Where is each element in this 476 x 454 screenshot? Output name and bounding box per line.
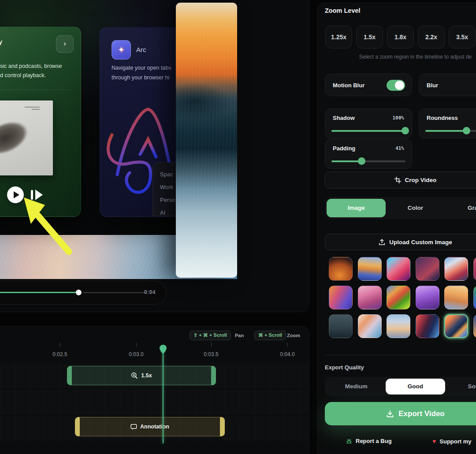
elapsed-time: 0:04 [144,289,156,295]
upload-icon [379,239,385,246]
export-video-button[interactable]: Export Video [325,402,476,425]
tab-image[interactable]: Image [327,199,386,217]
ruler-time-label: 0:03.0 [123,351,149,357]
wallpaper-thumbnail-bigsur[interactable] [387,257,410,281]
play-button[interactable] [7,186,24,203]
track-empty[interactable] [0,390,309,414]
progress-elapsed [0,292,79,293]
zoom-shortcut-badge: ⌘ + Scroll [254,331,286,340]
spotify-card-title: y [0,38,2,45]
clip-right-handle[interactable] [220,417,225,436]
shadow-card: Shadow 100% [325,108,412,138]
chevron-right-button[interactable]: › [56,35,74,53]
album-art-figure [0,115,33,161]
shadow-slider[interactable] [331,127,405,134]
wallpaper-thumbnail-monterey[interactable] [416,286,439,309]
zoom-option-1-8x[interactable]: 1.8x [387,26,414,48]
video-preview[interactable]: y › sic and podcasts, browse d control p… [0,0,309,311]
blur-label: Blur [427,82,438,89]
annotation-clip[interactable]: Annotation [75,417,225,436]
wallpaper-thumbnail-pink-peaks[interactable] [358,286,382,309]
quality-source[interactable]: Sour [445,379,476,394]
arc-card-description: Navigate your open tabs through your bro… [112,63,182,82]
shadow-label: Shadow [333,115,355,121]
upload-custom-image-button[interactable]: Upload Custom Image [325,234,476,250]
padding-slider[interactable] [331,157,405,165]
report-bug-link[interactable]: Report a Bug [346,438,392,444]
progress-remaining [83,292,146,293]
wallpaper-thumbnail-sliver-red[interactable] [473,257,476,281]
wallpaper-thumbnail-mountains[interactable] [329,314,353,338]
wallpaper-thumbnail-rays-warm[interactable] [444,286,468,309]
clip-right-handle[interactable] [211,366,216,385]
motion-blur-card: Motion Blur [325,74,412,96]
bug-icon [346,438,352,444]
pan-label: Pan [235,333,244,338]
arc-card-title: Arc [136,46,146,53]
slider-knob[interactable] [402,127,409,134]
pan-shortcut-badge: ⇧ + ⌘ + Scroll [190,331,231,340]
playback-progress-bar[interactable]: 0:04 [0,281,167,305]
zoom-region-hint: Select a zoom region in the timeline to … [325,54,476,60]
spotify-card-description: sic and podcasts, browse d control playb… [0,62,75,80]
clip-left-handle[interactable] [67,366,72,385]
wallpaper-thumbnail-wave-blue-red[interactable] [444,257,468,281]
wallpaper-thumbnail-sliver-green[interactable] [473,286,476,309]
step-forward-icon [31,190,33,200]
zoom-option-3-5x[interactable]: 3.5x [449,26,476,48]
background-type-tabs: Image Color Grad [325,197,476,219]
divider [325,355,476,355]
divider [0,89,72,90]
play-icon [14,191,19,198]
wallpaper-thumbnail-paint-strokes[interactable] [444,314,468,338]
timeline[interactable]: ⇧ + ⌘ + Scroll Pan ⌘ + Scroll Zoom 0:02.… [0,326,309,454]
padding-card: Padding 41% [325,139,412,169]
zoom-option-1-5x[interactable]: 1.5x [356,26,383,48]
chevron-right-icon: › [63,39,66,48]
ruler-tick [60,343,60,347]
step-forward-button[interactable] [31,190,44,200]
support-link[interactable]: ♥ Support my [432,438,472,445]
heart-icon: ♥ [432,438,436,445]
padding-value: 41% [395,145,404,151]
zoom-in-icon [131,372,138,379]
tab-gradient[interactable]: Grad [445,199,476,217]
quality-good[interactable]: Good [386,379,445,394]
background-thumbnails [329,257,476,338]
wallpaper-thumbnail-clouds[interactable] [387,314,410,338]
clip-left-handle[interactable] [75,417,80,436]
ruler-time-label: 0:04.0 [274,351,301,357]
slider-knob[interactable] [358,157,365,165]
zoom-region-clip[interactable]: 1.5x [67,366,216,385]
album-art [0,100,53,175]
wallpaper-thumbnail-pastel-swirl[interactable] [358,314,382,338]
painting-panel [176,3,237,278]
zoom-level-title: Zoom Level [325,7,361,14]
playhead[interactable] [163,348,164,443]
motion-blur-toggle[interactable] [387,80,405,91]
ruler-tick [211,343,212,347]
zoom-option-1-25x[interactable]: 1.25x [325,26,352,48]
zoom-clip-label: 1.5x [141,372,152,379]
tab-color[interactable]: Color [386,199,445,217]
speech-bubble-icon [130,424,137,430]
crop-icon [394,177,401,183]
crop-video-button[interactable]: Crop Video [325,171,476,189]
download-icon [386,410,394,418]
wallpaper-thumbnail-ventura[interactable] [329,257,353,281]
wallpaper-thumbnail-rainbow[interactable] [387,286,410,309]
wallpaper-thumbnail-rays-blue[interactable] [358,257,382,281]
wallpaper-thumbnail-dark-wave[interactable] [416,257,439,281]
slider-knob[interactable] [463,127,470,134]
wallpaper-thumbnail-purple-orange[interactable] [329,286,353,309]
zoom-option-2-2x[interactable]: 2.2x [418,26,445,48]
roundness-slider[interactable] [425,127,476,134]
progress-knob[interactable] [76,290,82,295]
roundness-label: Roundness [427,115,458,121]
wallpaper-thumbnail-sliver-blue[interactable] [473,314,476,338]
export-quality-segment: Medium Good Sour [325,377,476,396]
ruler-time-label: 0:03.5 [198,351,224,357]
quality-medium[interactable]: Medium [327,379,386,394]
arc-app-icon: ✦ [112,40,131,60]
wallpaper-thumbnail-red-navy[interactable] [416,314,439,338]
